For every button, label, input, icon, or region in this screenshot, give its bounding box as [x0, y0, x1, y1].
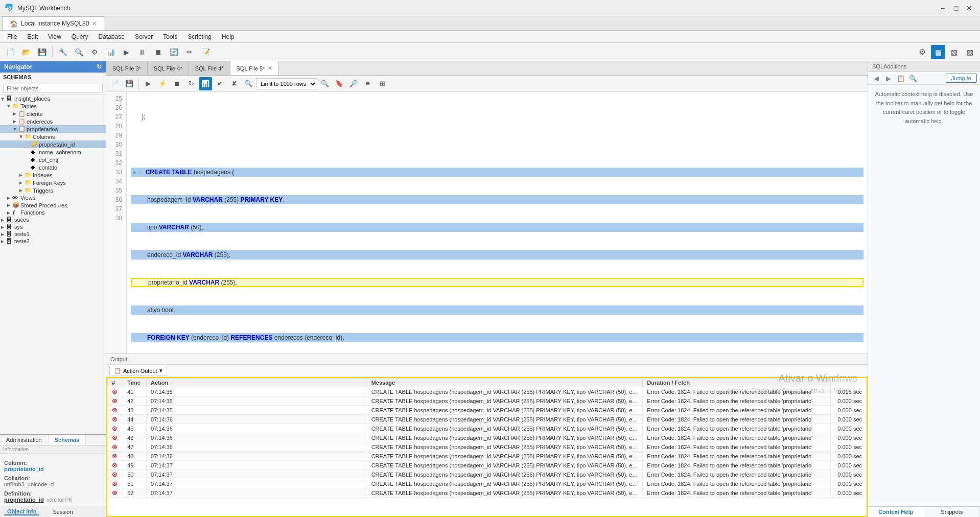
- additions-prev-btn[interactable]: ◀: [871, 73, 881, 83]
- toolbar-settings-icon[interactable]: ⚙: [915, 45, 929, 59]
- tree-item-cpf-cntj[interactable]: ◆ cpf_cntj: [0, 156, 106, 163]
- refresh-btn[interactable]: ↻: [184, 77, 198, 90]
- cell-message: Error Code: 1824. Failed to open the ref…: [643, 479, 831, 488]
- commit-btn[interactable]: ✔: [213, 77, 226, 90]
- instance-tab-mysql80[interactable]: 🏠 Local instance MySQL80 ✕: [2, 16, 104, 30]
- tree-item-enderecos[interactable]: ► 📋 enderecos: [0, 118, 106, 125]
- bookmark-btn[interactable]: 🔖: [333, 77, 346, 90]
- close-tab-icon[interactable]: ✕: [268, 65, 272, 72]
- cell-time: 07:14:36: [147, 442, 367, 452]
- toolbar-new-file[interactable]: 📄: [3, 45, 17, 59]
- menu-view[interactable]: View: [43, 32, 66, 41]
- menu-file[interactable]: File: [2, 32, 22, 41]
- tree-item-proprietarios[interactable]: ▼ 📋 proprietarios: [0, 125, 106, 133]
- beautify-btn[interactable]: 🔍: [242, 77, 255, 90]
- toolbar-btn5[interactable]: 📊: [103, 45, 118, 59]
- tree-item-contato[interactable]: ◆ contato: [0, 163, 106, 171]
- tree-item-tables[interactable]: ▼ 📁 Tables: [0, 102, 106, 110]
- toolbar-btn11[interactable]: 📝: [198, 45, 213, 59]
- tree-item-stored-procedures[interactable]: ► 📦 Stored Procedures: [0, 201, 106, 209]
- cell-action: CREATE TABLE hospedagens (hospedagem_id …: [367, 387, 643, 396]
- sql-tab-3[interactable]: SQL File 3*: [106, 61, 148, 75]
- cell-action: CREATE TABLE hospedagens (hospedagem_id …: [367, 433, 643, 442]
- toolbar-btn9[interactable]: 🔄: [167, 45, 181, 59]
- tree-item-teste2[interactable]: ► 🗄 teste2: [0, 238, 106, 245]
- tree-item-columns[interactable]: ▼ 📁 Columns: [0, 133, 106, 140]
- run-selection-btn[interactable]: ⚡: [156, 77, 169, 90]
- tree-label: teste1: [14, 231, 30, 237]
- menu-server[interactable]: Server: [130, 32, 158, 41]
- tab-context-help[interactable]: Context Help: [868, 507, 924, 517]
- toolbar-btn10[interactable]: ✏: [182, 45, 197, 59]
- toolbar-btn3[interactable]: 🔍: [72, 45, 86, 59]
- search-btn[interactable]: 🔍: [318, 77, 332, 90]
- toolbar-open[interactable]: 📂: [19, 45, 33, 59]
- format-btn[interactable]: ≡: [361, 77, 375, 90]
- close-button[interactable]: ✕: [963, 3, 976, 14]
- limit-select[interactable]: Limit to 1000 rows No limit Limit to 500…: [256, 78, 317, 89]
- cell-action: CREATE TABLE hospedagens (hospedagem_id …: [367, 470, 643, 479]
- rollback-btn[interactable]: ✘: [227, 77, 241, 90]
- tree-item-functions[interactable]: ► ƒ Functions: [0, 209, 106, 216]
- menu-scripting[interactable]: Scripting: [182, 32, 217, 41]
- tree-item-nome-sobrenome[interactable]: ◆ nome_sobrenom: [0, 148, 106, 156]
- tab-object-info[interactable]: Object Info: [4, 508, 39, 515]
- tree-item-teste1[interactable]: ► 🗄 teste1: [0, 230, 106, 238]
- tab-administration[interactable]: Administration: [0, 435, 49, 445]
- tab-session[interactable]: Session: [50, 509, 76, 515]
- code-content[interactable]: ); ● ○ CREATE TABLE hospedagens ( hosped…: [127, 92, 868, 354]
- tree-item-proprietario-id[interactable]: 🔑 proprietario_id: [0, 140, 106, 148]
- menu-tools[interactable]: Tools: [158, 32, 182, 41]
- toolbar-layout-btn1[interactable]: ▦: [931, 45, 945, 59]
- zoom-in-btn[interactable]: 🔎: [347, 77, 360, 90]
- jump-to-button[interactable]: Jump to: [946, 74, 977, 83]
- cell-num: 43: [123, 406, 147, 415]
- cell-action: CREATE TABLE hospedagens (hospedagem_id …: [367, 415, 643, 424]
- code-editor[interactable]: 25 26 27 28 29 30 31 32 33 34 35 36 37 3…: [106, 92, 868, 354]
- menu-edit[interactable]: Edit: [22, 32, 43, 41]
- toolbar-btn8[interactable]: ⏹: [151, 45, 165, 59]
- menu-database[interactable]: Database: [94, 32, 130, 41]
- toolbar-btn6[interactable]: ▶: [119, 45, 133, 59]
- toolbar-layout-btn3[interactable]: ▨: [963, 45, 977, 59]
- tree-item-views[interactable]: ► 👁 Views: [0, 194, 106, 201]
- search-input[interactable]: [3, 84, 103, 93]
- additions-next-btn[interactable]: ▶: [883, 73, 894, 83]
- sql-tab-5[interactable]: SQL File 5* ✕: [230, 61, 279, 75]
- save-btn[interactable]: 💾: [123, 77, 136, 90]
- tree-item-sucos[interactable]: ► 🗄 sucos: [0, 216, 106, 223]
- active-btn[interactable]: 📊: [199, 77, 212, 90]
- close-tab-icon[interactable]: ✕: [92, 20, 97, 27]
- output-type-btn[interactable]: 📋 Action Output ▾: [109, 366, 167, 375]
- tree-item-insight-places[interactable]: ▼ 🗄 insight_places: [0, 95, 106, 102]
- tree-item-cliente[interactable]: ► 📋 cliente: [0, 110, 106, 118]
- tab-snippets[interactable]: Snippets: [924, 507, 981, 517]
- tree-item-triggers[interactable]: ► 📁 Triggers: [0, 186, 106, 194]
- tree-item-foreign-keys[interactable]: ► 📁 Foreign Keys: [0, 179, 106, 186]
- navigator-refresh-icon[interactable]: ↻: [97, 63, 102, 70]
- wrap-btn[interactable]: ⊞: [376, 77, 389, 90]
- run-btn[interactable]: ▶: [142, 77, 155, 90]
- new-tab-btn[interactable]: 📄: [108, 77, 122, 90]
- maximize-button[interactable]: □: [949, 3, 963, 14]
- minimize-button[interactable]: −: [936, 3, 949, 14]
- sql-tab-4b[interactable]: SQL File 4*: [189, 61, 230, 75]
- tree-label: Functions: [20, 209, 45, 216]
- additions-btn2[interactable]: 🔍: [908, 73, 918, 83]
- tree-item-indexes[interactable]: ► 📁 Indexes: [0, 171, 106, 179]
- toolbar-save[interactable]: 💾: [35, 45, 49, 59]
- toolbar-btn7[interactable]: ⏸: [135, 45, 149, 59]
- toolbar-layout-btn2[interactable]: ▧: [947, 45, 961, 59]
- menu-help[interactable]: Help: [217, 32, 240, 41]
- tab-schemas[interactable]: Schemas: [49, 435, 86, 445]
- tree-item-sys[interactable]: ► 🗄 sys: [0, 223, 106, 230]
- sql-tab-4a[interactable]: SQL File 4*: [148, 61, 189, 75]
- additions-btn1[interactable]: 📋: [896, 73, 906, 83]
- toolbar-btn2[interactable]: 🔧: [56, 45, 70, 59]
- stop-btn[interactable]: ⏹: [170, 77, 183, 90]
- toolbar-btn4[interactable]: ⚙: [87, 45, 102, 59]
- menu-query[interactable]: Query: [66, 32, 94, 41]
- col-time: Time: [123, 379, 147, 387]
- tree-label: teste2: [14, 238, 30, 244]
- code-line-27: ● ○ CREATE TABLE hospedagens (: [131, 168, 864, 177]
